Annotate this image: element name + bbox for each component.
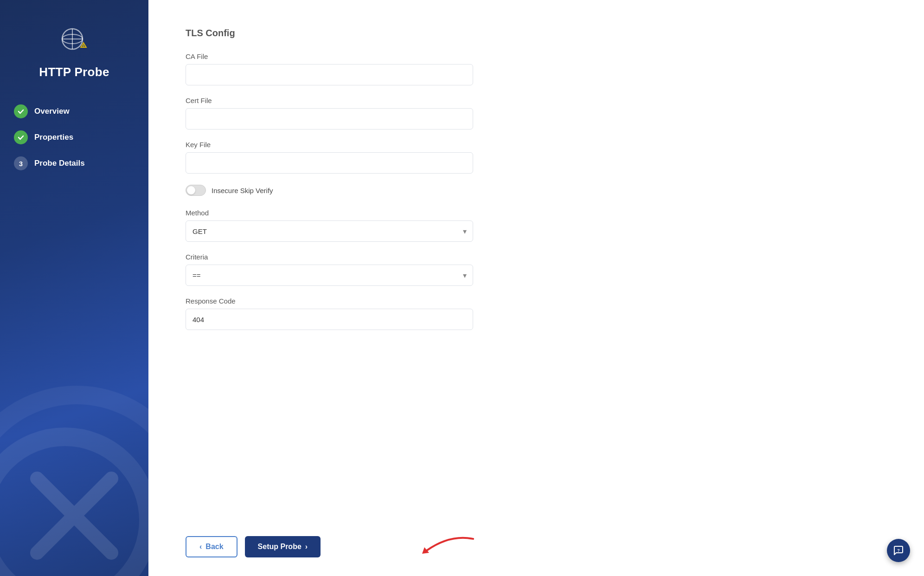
response-code-input[interactable] (186, 309, 473, 330)
response-code-group: Response Code (186, 297, 529, 330)
check-icon-overview (14, 104, 28, 118)
section-title: TLS Config (186, 28, 529, 39)
main-content: TLS Config CA File Cert File Key File In… (148, 0, 924, 576)
step-number-probe-details: 3 (14, 156, 28, 170)
deco-background (28, 469, 121, 562)
globe-icon: ! (56, 23, 93, 60)
cert-file-input[interactable] (186, 108, 473, 129)
svg-text:?: ? (897, 548, 900, 553)
form-area: TLS Config CA File Cert File Key File In… (148, 0, 566, 525)
ca-file-label: CA File (186, 52, 529, 60)
ca-file-group: CA File (186, 52, 529, 85)
sidebar-item-label-probe-details: Probe Details (34, 159, 85, 168)
ca-file-input[interactable] (186, 64, 473, 85)
cert-file-group: Cert File (186, 97, 529, 129)
arrow-annotation (390, 530, 482, 567)
criteria-label: Criteria (186, 253, 529, 261)
method-group: Method GET POST PUT DELETE HEAD OPTIONS (186, 209, 529, 242)
method-select-wrapper: GET POST PUT DELETE HEAD OPTIONS (186, 220, 473, 242)
bottom-bar: ‹ Back Setup Probe › (148, 525, 924, 576)
sidebar-item-overview[interactable]: Overview (14, 103, 135, 120)
sidebar: ! HTTP Probe Overview Properties (0, 0, 148, 576)
back-button[interactable]: ‹ Back (186, 536, 237, 557)
back-button-label: Back (205, 543, 223, 551)
toggle-slider (186, 185, 206, 196)
setup-probe-button[interactable]: Setup Probe › (245, 536, 321, 557)
sidebar-item-probe-details[interactable]: 3 Probe Details (14, 155, 135, 172)
setup-probe-label: Setup Probe (258, 543, 302, 551)
chat-icon: ? (893, 545, 904, 556)
globe-icon-wrapper: ! (56, 23, 93, 62)
svg-line-6 (37, 479, 111, 553)
svg-marker-8 (422, 547, 429, 554)
setup-probe-chevron-icon: › (305, 543, 308, 551)
svg-line-7 (37, 479, 111, 553)
key-file-label: Key File (186, 141, 529, 149)
insecure-skip-verify-toggle[interactable] (186, 185, 206, 196)
criteria-select[interactable]: =​= != > < >= <= (186, 265, 473, 286)
insecure-skip-verify-row: Insecure Skip Verify (186, 185, 529, 196)
sidebar-title: HTTP Probe (39, 65, 109, 79)
criteria-group: Criteria =​= != > < >= <= (186, 253, 529, 286)
method-select[interactable]: GET POST PUT DELETE HEAD OPTIONS (186, 220, 473, 242)
svg-text:!: ! (83, 44, 84, 48)
criteria-select-wrapper: =​= != > < >= <= (186, 265, 473, 286)
check-icon-properties (14, 130, 28, 144)
method-label: Method (186, 209, 529, 217)
sidebar-item-properties[interactable]: Properties (14, 129, 135, 146)
cert-file-label: Cert File (186, 97, 529, 104)
sidebar-item-label-properties: Properties (34, 133, 73, 142)
chat-button[interactable]: ? (887, 539, 910, 562)
nav-items: Overview Properties 3 Probe Details (14, 103, 135, 172)
back-chevron-icon: ‹ (199, 543, 202, 551)
key-file-input[interactable] (186, 152, 473, 174)
insecure-skip-verify-label: Insecure Skip Verify (212, 187, 273, 194)
sidebar-item-label-overview: Overview (34, 107, 70, 116)
response-code-label: Response Code (186, 297, 529, 305)
key-file-group: Key File (186, 141, 529, 174)
